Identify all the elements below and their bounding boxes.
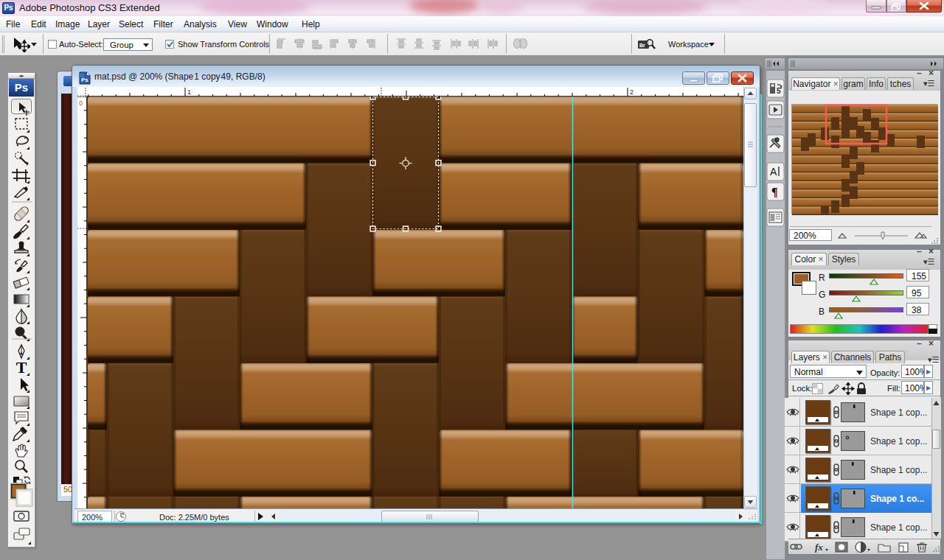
- svg-text:Ps: Ps: [81, 77, 88, 83]
- svg-text:T: T: [16, 358, 27, 377]
- svg-text:¶: ¶: [771, 186, 778, 198]
- svg-text:fx: fx: [815, 542, 823, 553]
- svg-text:0: 0: [79, 99, 83, 107]
- svg-text:Br: Br: [639, 43, 645, 48]
- svg-text:5: 5: [777, 87, 781, 95]
- svg-text:1: 1: [187, 88, 191, 96]
- svg-text:2: 2: [630, 88, 634, 96]
- svg-text:A: A: [770, 166, 777, 178]
